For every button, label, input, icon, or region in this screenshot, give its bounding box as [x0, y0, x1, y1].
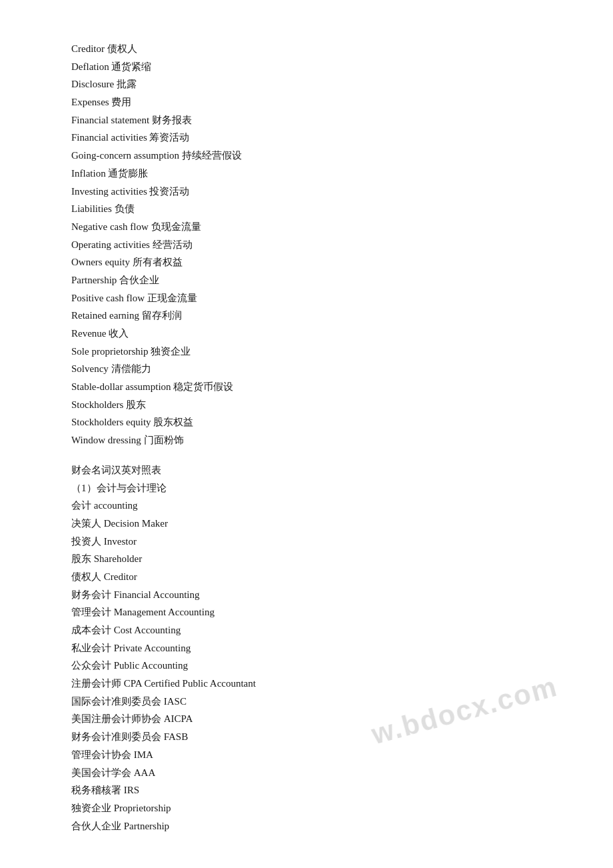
list-item: Retained earning 留存利润: [71, 307, 542, 325]
list-item: Financial activities 筹资活动: [71, 129, 542, 147]
list-item: 投资人 Investor: [71, 533, 542, 551]
list-item: 会计 accounting: [71, 497, 542, 515]
list-item: （1）会计与会计理论: [71, 479, 542, 497]
list-item: 独资企业 Proprietorship: [71, 799, 542, 817]
top-glossary-section: Creditor 债权人Deflation 通货紧缩Disclosure 批露E…: [71, 40, 542, 449]
list-item: Creditor 债权人: [71, 40, 542, 58]
list-item: Stockholders equity 股东权益: [71, 413, 542, 431]
list-item: Revenue 收入: [71, 325, 542, 343]
list-item: Stockholders 股东: [71, 396, 542, 414]
list-item: Going-concern assumption 持续经营假设: [71, 147, 542, 165]
document-content: Creditor 债权人Deflation 通货紧缩Disclosure 批露E…: [71, 40, 542, 835]
list-item: 决策人 Decision Maker: [71, 515, 542, 533]
list-item: Window dressing 门面粉饰: [71, 431, 542, 449]
list-item: 美国会计学会 AAA: [71, 764, 542, 782]
list-item: 财务会计 Financial Accounting: [71, 586, 542, 604]
list-item: 合伙人企业 Partnership: [71, 817, 542, 835]
list-item: Negative cash flow 负现金流量: [71, 218, 542, 236]
bottom-glossary-section: 财会名词汉英对照表（1）会计与会计理论会计 accounting决策人 Deci…: [71, 461, 542, 835]
list-item: Expenses 费用: [71, 93, 542, 111]
list-item: 管理会计协会 IMA: [71, 746, 542, 764]
list-item: Solvency 清偿能力: [71, 360, 542, 378]
list-item: 财务会计准则委员会 FASB: [71, 728, 542, 746]
list-item: Financial statement 财务报表: [71, 111, 542, 129]
list-item: Partnership 合伙企业: [71, 271, 542, 289]
list-item: 私业会计 Private Accounting: [71, 639, 542, 657]
list-item: Deflation 通货紧缩: [71, 58, 542, 76]
list-item: 注册会计师 CPA Certified Public Accountant: [71, 675, 542, 693]
list-item: 国际会计准则委员会 IASC: [71, 693, 542, 711]
list-item: 股东 Shareholder: [71, 550, 542, 568]
list-item: 美国注册会计师协会 AICPA: [71, 710, 542, 728]
list-item: Investing activities 投资活动: [71, 183, 542, 201]
list-item: Sole proprietorship 独资企业: [71, 343, 542, 361]
list-item: Operating activities 经营活动: [71, 236, 542, 254]
list-item: 债权人 Creditor: [71, 568, 542, 586]
list-item: Liabilities 负债: [71, 200, 542, 218]
list-item: Disclosure 批露: [71, 75, 542, 93]
list-item: 财会名词汉英对照表: [71, 461, 542, 479]
list-item: Owners equity 所有者权益: [71, 253, 542, 271]
list-item: Positive cash flow 正现金流量: [71, 289, 542, 307]
list-item: 成本会计 Cost Accounting: [71, 621, 542, 639]
list-item: 管理会计 Management Accounting: [71, 603, 542, 621]
list-item: Stable-dollar assumption 稳定货币假设: [71, 378, 542, 396]
list-item: 公众会计 Public Accounting: [71, 657, 542, 675]
list-item: 税务稽核署 IRS: [71, 781, 542, 799]
list-item: Inflation 通货膨胀: [71, 165, 542, 183]
